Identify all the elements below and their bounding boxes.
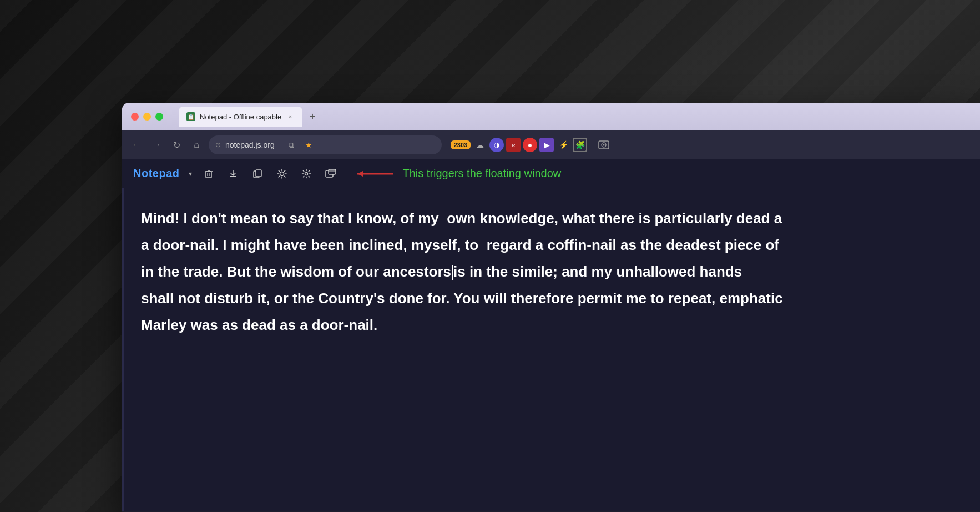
url-display: notepad.js.org <box>225 140 275 149</box>
svg-rect-5 <box>206 172 211 178</box>
arrow-svg <box>352 165 396 182</box>
puzzle-extension-icon[interactable]: 🧩 <box>573 138 587 152</box>
svg-line-19 <box>284 176 285 177</box>
settings-button[interactable] <box>299 166 314 182</box>
app-dropdown-arrow[interactable]: ▾ <box>189 170 192 178</box>
annotation-text: This triggers the floating window <box>403 167 562 180</box>
copy-icon <box>252 169 262 179</box>
download-button[interactable] <box>225 166 241 182</box>
content-line-2: a door-nail. I might have been inclined,… <box>141 232 963 258</box>
svg-rect-24 <box>329 169 336 174</box>
svg-point-13 <box>280 172 284 175</box>
app-toolbar: Notepad ▾ <box>122 159 980 188</box>
brightness-icon <box>277 169 287 179</box>
annotation: This triggers the floating window <box>352 165 562 182</box>
red-ext-svg: R <box>509 141 517 149</box>
security-icon: ⊙ <box>215 141 221 149</box>
address-bar-row: ← → ↻ ⌂ ⊙ notepad.js.org ⧉ ★ 2303 ☁ ◑ R … <box>122 130 980 159</box>
tab-title: Notepad - Offline capable <box>200 113 281 121</box>
svg-marker-27 <box>357 171 363 177</box>
dark-reader-icon[interactable]: ◑ <box>489 138 504 152</box>
content-line-5: Marley was as dead as a door-nail. <box>141 312 963 338</box>
tab-bar: 📋 Notepad - Offline capable × + <box>179 107 320 127</box>
reload-button[interactable]: ↻ <box>169 137 184 153</box>
forward-button[interactable]: → <box>149 137 164 153</box>
content-line-3: in the trade. But the wisdom of our ance… <box>141 258 963 285</box>
new-tab-button[interactable]: + <box>305 109 320 124</box>
screenshot-icon[interactable] <box>597 138 611 152</box>
extensions-bar: 2303 ☁ ◑ R ● ▶ ⚡ 🧩 <box>451 138 611 152</box>
minimize-button[interactable] <box>143 113 151 121</box>
title-bar: 📋 Notepad - Offline capable × + <box>122 103 980 130</box>
svg-rect-12 <box>256 170 261 177</box>
maximize-button[interactable] <box>155 113 163 121</box>
screenshot-svg <box>598 139 610 151</box>
annotation-arrow <box>352 165 396 182</box>
browser-window: 📋 Notepad - Offline capable × + ← → ↻ ⌂ … <box>122 103 980 512</box>
floating-window-button[interactable] <box>323 166 339 182</box>
editor-content[interactable]: Mind! I don't mean to say that I know, o… <box>141 205 963 338</box>
settings-icon <box>301 169 311 179</box>
svg-rect-10 <box>230 176 236 177</box>
bookmark-icon[interactable]: ★ <box>301 137 317 153</box>
svg-line-21 <box>279 176 280 177</box>
red-extension-icon[interactable]: R <box>506 138 521 152</box>
traffic-lights <box>131 113 163 121</box>
active-tab[interactable]: 📋 Notepad - Offline capable × <box>179 107 302 127</box>
circle-red-icon[interactable]: ● <box>523 138 537 152</box>
copy-button[interactable] <box>250 166 265 182</box>
trash-button[interactable] <box>201 166 216 182</box>
lightning-icon[interactable]: ⚡ <box>556 138 570 152</box>
svg-text:R: R <box>512 143 516 148</box>
app-name: Notepad <box>133 167 180 180</box>
brightness-button[interactable] <box>274 166 290 182</box>
text-cursor <box>452 265 453 280</box>
back-button[interactable]: ← <box>129 137 144 153</box>
tab-close-button[interactable]: × <box>286 112 295 121</box>
tab-favicon: 📋 <box>186 112 195 121</box>
close-button[interactable] <box>131 113 139 121</box>
toolbar-divider <box>592 139 592 150</box>
address-bar[interactable]: ⊙ notepad.js.org ⧉ ★ <box>209 135 442 154</box>
extension-badge-2303[interactable]: 2303 <box>451 140 471 149</box>
svg-line-20 <box>284 170 285 172</box>
address-actions: ⧉ ★ <box>284 137 317 153</box>
svg-point-22 <box>305 172 307 175</box>
cloud-extension-icon[interactable]: ☁ <box>473 138 487 152</box>
purple-extension-icon[interactable]: ▶ <box>539 138 554 152</box>
content-line-4: shall not disturb it, or the Country's d… <box>141 285 963 312</box>
trash-icon <box>204 169 214 179</box>
content-area[interactable]: Mind! I don't mean to say that I know, o… <box>122 188 980 511</box>
floating-window-icon <box>325 169 336 179</box>
svg-point-4 <box>603 144 605 146</box>
svg-line-18 <box>279 170 280 172</box>
external-link-icon[interactable]: ⧉ <box>284 137 299 153</box>
content-line-1: Mind! I don't mean to say that I know, o… <box>141 205 963 232</box>
home-button[interactable]: ⌂ <box>189 137 204 153</box>
download-icon <box>228 169 238 179</box>
